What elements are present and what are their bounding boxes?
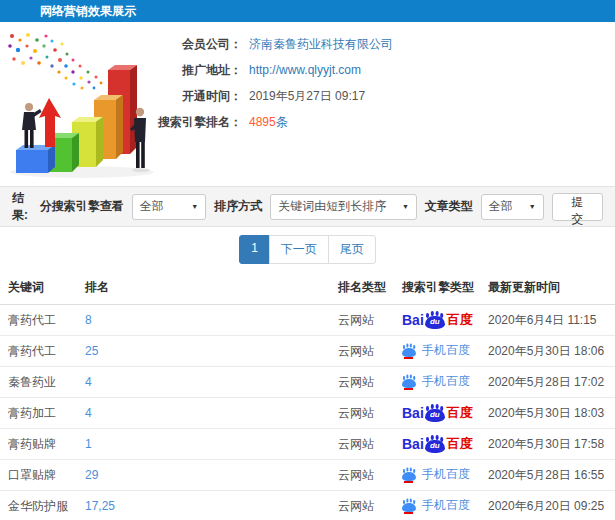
blue-bar xyxy=(16,145,55,173)
rank-link[interactable]: 4 xyxy=(85,375,92,389)
baidu-paw-icon: du xyxy=(425,435,445,453)
update-time-cell: 2020年5月30日 18:03 xyxy=(480,398,615,429)
rank-cell: 25 xyxy=(77,336,330,367)
mobile-baidu-paw-icon xyxy=(402,499,416,512)
keyword-cell: 膏药代工 xyxy=(0,336,77,367)
filter-bar: 结果: 分搜索引擎查看 全部 ▼ 排序方式 关键词由短到长排序 ▼ 文章类型 全… xyxy=(0,186,615,227)
engine-type-cell: Baidu百度 手机百度 xyxy=(394,460,480,491)
engine-type-cell: Baidu百度 手机百度 xyxy=(394,429,480,460)
table-row: 秦鲁药业 4 云网站 Baidu百度 手机百度 2020年5月28日 17:02 xyxy=(0,367,615,398)
engine-view-selected: 全部 xyxy=(140,198,164,215)
update-time-cell: 2020年5月30日 18:06 xyxy=(480,336,615,367)
caret-down-icon: ▼ xyxy=(191,203,198,210)
baidu-paw-icon: du xyxy=(425,311,445,329)
confetti xyxy=(8,33,102,90)
col-keyword: 关键词 xyxy=(0,271,77,305)
rank-cell: 4 xyxy=(77,367,330,398)
promo-url-link[interactable]: http://www.qlyyjt.com xyxy=(249,63,361,77)
engine-type-cell: Baidu百度 手机百度 xyxy=(394,367,480,398)
engine-type-cell: Baidu百度 手机百度 xyxy=(394,336,480,367)
last-page-button[interactable]: 尾页 xyxy=(328,235,376,264)
baidu-logo: Baidu百度 xyxy=(402,311,473,329)
pagination: 1 下一页 尾页 xyxy=(239,235,376,264)
mobile-baidu-logo: 手机百度 xyxy=(402,373,470,390)
results-table: 关键词 排名 排名类型 搜索引擎类型 最新更新时间 膏药代工 8 云网站 Bai… xyxy=(0,271,615,520)
engine-view-select[interactable]: 全部 ▼ xyxy=(132,194,207,220)
update-time-cell: 2020年5月28日 17:02 xyxy=(480,367,615,398)
table-row: 膏药贴牌 1 云网站 Baidu百度 手机百度 2020年5月30日 17:58 xyxy=(0,429,615,460)
keyword-cell: 秦鲁药业 xyxy=(0,367,77,398)
rank-link[interactable]: 17,25 xyxy=(85,499,115,513)
rank-type-cell: 云网站 xyxy=(330,491,394,520)
mobile-baidu-logo: 手机百度 xyxy=(402,342,470,359)
mobile-baidu-paw-icon xyxy=(402,344,416,357)
col-rank-type: 排名类型 xyxy=(330,271,394,305)
article-type-select[interactable]: 全部 ▼ xyxy=(481,194,544,220)
next-page-button[interactable]: 下一页 xyxy=(269,235,329,264)
rank-link[interactable]: 29 xyxy=(85,468,98,482)
promo-url-row: 推广地址： http://www.qlyyjt.com xyxy=(150,61,615,79)
sort-selected: 关键词由短到长排序 xyxy=(278,198,386,215)
rank-cell: 4 xyxy=(77,398,330,429)
member-company-link[interactable]: 济南秦鲁药业科技有限公司 xyxy=(249,36,393,53)
rank-link[interactable]: 8 xyxy=(85,313,92,327)
rank-type-cell: 云网站 xyxy=(330,305,394,336)
page-title: 网络营销效果展示 xyxy=(0,0,615,22)
submit-button[interactable]: 提交 xyxy=(552,193,603,221)
baidu-paw-icon: du xyxy=(425,404,445,422)
mobile-baidu-paw-icon xyxy=(402,468,416,481)
table-header-row: 关键词 排名 排名类型 搜索引擎类型 最新更新时间 xyxy=(0,271,615,305)
rank-link[interactable]: 1 xyxy=(85,437,92,451)
info-section: 会员公司： 济南秦鲁药业科技有限公司 推广地址： http://www.qlyy… xyxy=(0,22,615,186)
mobile-baidu-logo: 手机百度 xyxy=(402,466,470,483)
rank-type-cell: 云网站 xyxy=(330,429,394,460)
keyword-cell: 膏药代工 xyxy=(0,305,77,336)
baidu-logo: Baidu百度 xyxy=(402,404,473,422)
engine-view-label: 分搜索引擎查看 xyxy=(40,198,124,215)
page-1-button[interactable]: 1 xyxy=(239,235,270,264)
rank-type-cell: 云网站 xyxy=(330,336,394,367)
result-label: 结果: xyxy=(12,190,40,224)
engine-rank-row: 搜索引擎排名： 4895条 xyxy=(150,113,615,131)
businessman-left xyxy=(22,103,42,148)
article-type-label: 文章类型 xyxy=(425,198,473,215)
update-time-cell: 2020年6月20日 09:25 xyxy=(480,491,615,520)
table-row: 膏药加工 4 云网站 Baidu百度 手机百度 2020年5月30日 18:03 xyxy=(0,398,615,429)
rank-link[interactable]: 25 xyxy=(85,344,98,358)
rank-cell: 1 xyxy=(77,429,330,460)
engine-rank-value: 4895条 xyxy=(249,114,288,131)
member-info-list: 会员公司： 济南秦鲁药业科技有限公司 推广地址： http://www.qlyy… xyxy=(150,22,615,131)
caret-down-icon: ▼ xyxy=(529,203,536,210)
rank-cell: 29 xyxy=(77,460,330,491)
keyword-cell: 膏药加工 xyxy=(0,398,77,429)
sort-select[interactable]: 关键词由短到长排序 ▼ xyxy=(270,194,417,220)
sort-label: 排序方式 xyxy=(214,198,262,215)
rank-type-cell: 云网站 xyxy=(330,367,394,398)
pager-section: 1 下一页 尾页 xyxy=(0,227,615,271)
update-time-cell: 2020年6月4日 11:15 xyxy=(480,305,615,336)
col-update-time: 最新更新时间 xyxy=(480,271,615,305)
rank-cell: 17,25 xyxy=(77,491,330,520)
engine-type-cell: Baidu百度 手机百度 xyxy=(394,491,480,520)
table-row: 膏药代工 25 云网站 Baidu百度 手机百度 2020年5月30日 18:0… xyxy=(0,336,615,367)
growth-bar-chart-illustration xyxy=(4,30,164,180)
caret-down-icon: ▼ xyxy=(402,203,409,210)
engine-type-cell: Baidu百度 手机百度 xyxy=(394,398,480,429)
col-engine-type: 搜索引擎类型 xyxy=(394,271,480,305)
engine-rank-count: 4895 xyxy=(249,115,276,129)
rank-cell: 8 xyxy=(77,305,330,336)
rank-type-cell: 云网站 xyxy=(330,460,394,491)
engine-rank-unit: 条 xyxy=(276,115,288,129)
keyword-cell: 膏药贴牌 xyxy=(0,429,77,460)
baidu-logo: Baidu百度 xyxy=(402,435,473,453)
filter-group: 分搜索引擎查看 全部 ▼ 排序方式 关键词由短到长排序 ▼ 文章类型 全部 ▼ … xyxy=(40,193,603,221)
open-time-value: 2019年5月27日 09:17 xyxy=(249,88,365,105)
keyword-cell: 金华防护服 xyxy=(0,491,77,520)
update-time-cell: 2020年5月28日 16:55 xyxy=(480,460,615,491)
table-row: 口罩贴牌 29 云网站 Baidu百度 手机百度 2020年5月28日 16:5… xyxy=(0,460,615,491)
table-row: 金华防护服 17,25 云网站 Baidu百度 手机百度 2020年6月20日 … xyxy=(0,491,615,520)
mobile-baidu-paw-icon xyxy=(402,375,416,388)
update-time-cell: 2020年5月30日 17:58 xyxy=(480,429,615,460)
rank-link[interactable]: 4 xyxy=(85,406,92,420)
keyword-cell: 口罩贴牌 xyxy=(0,460,77,491)
